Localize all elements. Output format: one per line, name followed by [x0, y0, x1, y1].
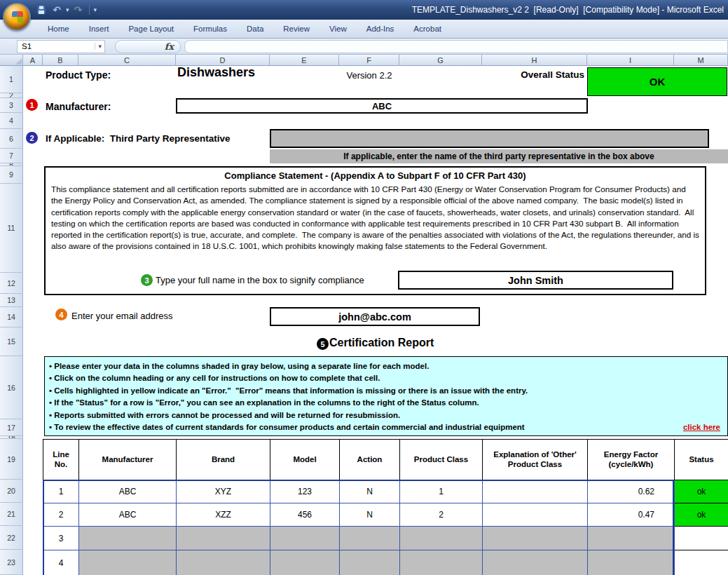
table-header-status[interactable]: Status — [675, 440, 728, 480]
cell-r20-model[interactable]: 123 — [270, 480, 340, 503]
click-here-link[interactable]: click here — [683, 423, 722, 431]
redo-button[interactable]: ↷ — [72, 4, 85, 16]
cell-r20-brand[interactable]: XYZ — [177, 480, 270, 503]
formula-input[interactable] — [184, 40, 728, 53]
tab-add-ins[interactable]: Add-Ins — [357, 21, 404, 36]
tab-home[interactable]: Home — [38, 21, 79, 36]
signature-input[interactable]: John Smith — [398, 271, 673, 290]
customize-quick-access-button[interactable]: ▾ — [94, 6, 97, 13]
col-header-i[interactable]: I — [587, 55, 674, 66]
table-header-manufacturer[interactable]: Manufacturer — [79, 440, 177, 480]
cell-r20-product-class[interactable]: 1 — [400, 480, 483, 503]
cell-r23-status[interactable] — [675, 550, 728, 575]
cell-r22-model[interactable] — [270, 527, 340, 550]
save-button[interactable] — [35, 4, 48, 16]
cell-r21-line-no[interactable]: 2 — [43, 503, 79, 527]
cell-r22-brand[interactable] — [177, 527, 270, 550]
table-header-energy-factor[interactable]: Energy Factor (cycle/kWh) — [588, 440, 675, 480]
col-header-c[interactable]: C — [78, 55, 176, 66]
tab-review[interactable]: Review — [273, 21, 320, 36]
cell-r23-explanation[interactable] — [483, 550, 588, 575]
row-header-11[interactable]: 11 — [0, 184, 23, 273]
col-header-f[interactable]: F — [339, 55, 399, 66]
select-all-corner[interactable] — [0, 55, 23, 66]
tab-insert[interactable]: Insert — [79, 21, 119, 36]
cell-r21-model[interactable]: 456 — [270, 503, 340, 527]
cell-r21-brand[interactable]: XZZ — [177, 503, 270, 527]
cell-r23-action[interactable] — [340, 550, 400, 575]
cell-r22-manufacturer[interactable] — [79, 527, 177, 550]
row-header-1[interactable]: 1 — [0, 66, 23, 93]
cell-r21-energy-factor[interactable]: 0.47 — [588, 503, 675, 527]
row-header-13[interactable]: 13 — [0, 294, 23, 307]
row-header-19[interactable]: 19 — [0, 439, 23, 480]
col-header-d[interactable]: D — [176, 55, 270, 66]
undo-dropdown-icon[interactable]: ▾ — [66, 6, 69, 13]
cell-r23-product-class[interactable] — [400, 550, 483, 575]
cell-r20-status[interactable]: ok — [675, 480, 728, 503]
cell-r20-explanation[interactable] — [483, 480, 588, 503]
email-input[interactable]: john@abc.com — [270, 307, 480, 326]
cell-r23-manufacturer[interactable] — [79, 550, 177, 575]
table-header-line-no[interactable]: Line No. — [43, 440, 79, 480]
row-header-15[interactable]: 15 — [0, 327, 23, 356]
cell-r22-status[interactable] — [675, 527, 728, 550]
tab-view[interactable]: View — [320, 21, 357, 36]
cell-r20-line-no[interactable]: 1 — [43, 480, 79, 503]
name-box[interactable]: S1 ▾ — [17, 40, 105, 53]
cell-r21-product-class[interactable]: 2 — [400, 503, 483, 527]
cell-r23-model[interactable] — [270, 550, 340, 575]
cell-r21-manufacturer[interactable]: ABC — [79, 503, 177, 527]
col-header-g[interactable]: G — [399, 55, 482, 66]
cell-r20-manufacturer[interactable]: ABC — [79, 480, 177, 503]
row-header-12[interactable]: 12 — [0, 273, 23, 294]
undo-button[interactable]: ↶ — [50, 4, 63, 16]
row-header-2[interactable]: 2 — [0, 93, 23, 98]
office-button[interactable] — [3, 3, 31, 31]
row-header-16[interactable]: 16 — [0, 356, 23, 419]
col-header-h[interactable]: H — [482, 55, 587, 66]
row-header-22[interactable]: 22 — [0, 526, 23, 550]
table-header-action[interactable]: Action — [340, 440, 400, 480]
col-header-b[interactable]: B — [43, 55, 78, 66]
overall-status-cell[interactable]: OK — [587, 67, 727, 96]
cell-r21-action[interactable]: N — [340, 503, 400, 527]
tab-page-layout[interactable]: Page Layout — [118, 21, 184, 36]
cell-r22-energy-factor[interactable] — [588, 527, 675, 550]
manufacturer-input[interactable]: ABC — [176, 98, 588, 114]
row-header-14[interactable]: 14 — [0, 307, 23, 327]
col-header-a[interactable]: A — [23, 55, 43, 66]
row-header-23[interactable]: 23 — [0, 550, 23, 575]
row-header-21[interactable]: 21 — [0, 503, 23, 526]
cell-r23-energy-factor[interactable] — [588, 550, 675, 575]
tab-acrobat[interactable]: Acrobat — [404, 21, 451, 36]
cell-r20-energy-factor[interactable]: 0.62 — [588, 480, 675, 503]
cell-r21-explanation[interactable] — [483, 503, 588, 527]
cell-r22-explanation[interactable] — [483, 527, 588, 550]
insert-function-button[interactable]: fx — [115, 40, 181, 53]
table-header-explanation[interactable]: Explanation of 'Other' Product Class — [483, 440, 588, 480]
tab-data[interactable]: Data — [237, 21, 273, 36]
col-header-m[interactable]: M — [674, 55, 728, 66]
cell-r22-line-no[interactable]: 3 — [43, 527, 79, 550]
cell-r20-action[interactable]: N — [340, 480, 400, 503]
cell-r22-action[interactable] — [340, 527, 400, 550]
row-header-17[interactable]: 17 — [0, 419, 23, 436]
tab-formulas[interactable]: Formulas — [184, 21, 237, 36]
row-header-3[interactable]: 3 — [0, 98, 23, 113]
row-header-20[interactable]: 20 — [0, 480, 23, 503]
row-header-9[interactable]: 9 — [0, 166, 23, 184]
third-party-input[interactable] — [270, 129, 709, 148]
cell-r23-line-no[interactable]: 4 — [43, 550, 79, 575]
cell-r23-brand[interactable] — [177, 550, 270, 575]
table-header-product-class[interactable]: Product Class — [400, 440, 483, 480]
row-header-6[interactable]: 6 — [0, 129, 23, 149]
col-header-e[interactable]: E — [270, 55, 339, 66]
name-box-dropdown-icon[interactable]: ▾ — [95, 43, 104, 50]
table-header-brand[interactable]: Brand — [177, 440, 270, 480]
row-header-4[interactable]: 4 — [0, 113, 23, 129]
table-header-model[interactable]: Model — [270, 440, 340, 480]
cell-r21-status[interactable]: ok — [675, 503, 728, 527]
cell-r22-product-class[interactable] — [400, 527, 483, 550]
row-header-7[interactable]: 7 — [0, 149, 23, 163]
